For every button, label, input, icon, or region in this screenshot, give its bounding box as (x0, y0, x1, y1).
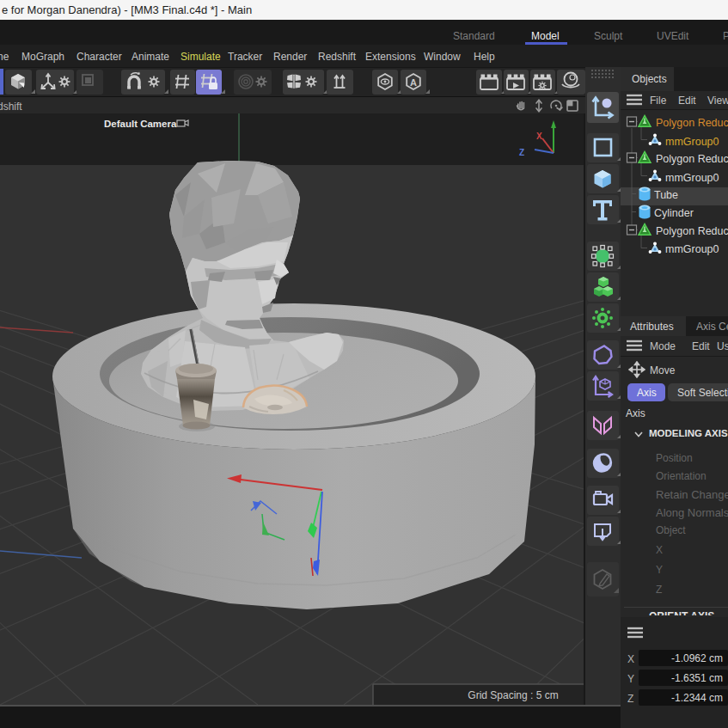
svg-text:mmGroup0: mmGroup0 (665, 243, 719, 255)
svg-text:Grid Spacing : 5 cm: Grid Spacing : 5 cm (468, 689, 558, 701)
svg-text:X: X (536, 132, 542, 141)
svg-text:Polygon Reductio: Polygon Reductio (656, 153, 728, 165)
svg-text:Polygon Reductio: Polygon Reductio (656, 225, 728, 237)
svg-text:Default Camera: Default Camera (104, 119, 177, 129)
svg-text:Z: Z (519, 148, 524, 157)
svg-text:mmGroup0: mmGroup0 (665, 172, 719, 184)
svg-text:A: A (410, 77, 417, 88)
svg-text:Cylinder: Cylinder (654, 207, 694, 219)
svg-text:Tube: Tube (654, 189, 678, 201)
svg-text:mmGroup0: mmGroup0 (665, 136, 719, 148)
svg-text:Polygon Reductio: Polygon Reductio (656, 117, 728, 129)
